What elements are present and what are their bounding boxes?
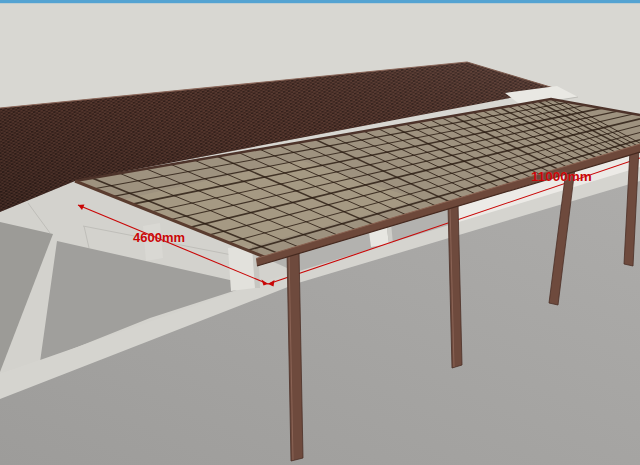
3d-viewport[interactable]: 4600mm 11000mm (0, 0, 640, 465)
dimension-label-length: 11000mm (531, 169, 592, 184)
sky-band (0, 0, 640, 3)
scene-svg (0, 0, 640, 465)
dimension-label-depth: 4600mm (133, 230, 185, 245)
